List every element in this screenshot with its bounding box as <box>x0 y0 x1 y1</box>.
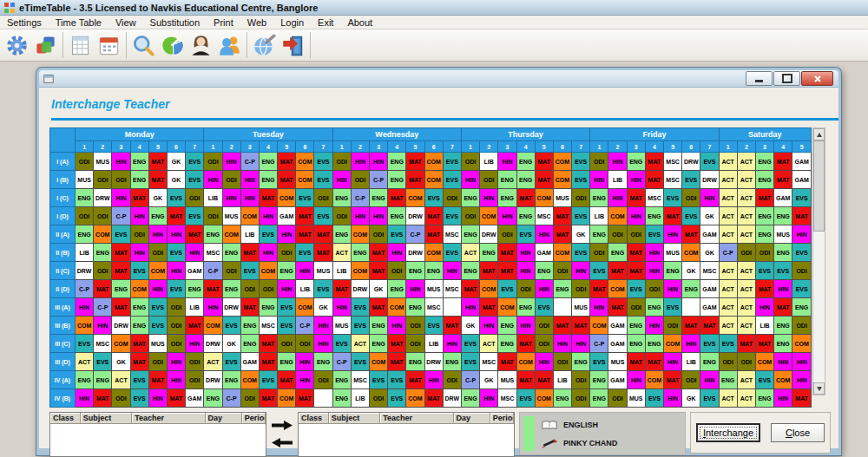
menu-item-time-table[interactable]: Time Table <box>49 17 108 28</box>
menu-item-exit[interactable]: Exit <box>311 17 340 28</box>
timetable-cell[interactable]: C-P <box>222 389 240 408</box>
timetable-cell[interactable]: EVS <box>664 298 682 317</box>
timetable-cell[interactable]: HIN <box>94 317 112 335</box>
timetable-cell[interactable]: ENG <box>498 317 516 335</box>
list-column-header-period[interactable]: Period <box>490 413 514 424</box>
timetable-cell[interactable]: MAT <box>682 317 700 335</box>
timetable-cell[interactable]: HIN <box>186 335 204 353</box>
timetable-cell[interactable]: ENG <box>148 207 167 225</box>
timetable-cell[interactable]: C-P <box>461 371 479 389</box>
timetable-cell[interactable]: EVS <box>388 371 406 389</box>
timetable-cell[interactable]: HIN <box>535 280 553 298</box>
timetable-cell[interactable]: EVS <box>186 153 204 171</box>
timetable-cell[interactable]: ODI <box>222 262 240 280</box>
timetable-cell[interactable]: EVS <box>774 262 792 280</box>
timetable-cell[interactable]: MAT <box>130 189 148 207</box>
timetable-cell[interactable]: ODI <box>498 225 516 244</box>
timetable-cell[interactable]: MAT <box>664 371 682 389</box>
timetable-cell[interactable]: ENG <box>535 262 553 280</box>
timetable-cell[interactable]: ODI <box>94 171 112 189</box>
timetable-cell[interactable]: COM <box>480 280 498 298</box>
timetable-cell[interactable]: LIB <box>755 317 773 335</box>
timetable-cell[interactable]: ODI <box>461 153 479 171</box>
timetable-cell[interactable]: ODI <box>590 153 608 171</box>
timetable-cell[interactable]: HIN <box>296 262 314 280</box>
timetable-cell[interactable]: HIN <box>296 353 314 371</box>
timetable-cell[interactable]: ENG <box>112 280 130 298</box>
timetable-cell[interactable]: GAM <box>792 171 812 189</box>
timetable-cell[interactable]: ENG <box>222 371 240 389</box>
timetable-cell[interactable]: EVS <box>443 244 461 262</box>
menu-item-settings[interactable]: Settings <box>0 17 49 28</box>
timetable-cell[interactable]: HIN <box>664 225 682 244</box>
timetable-cell[interactable]: MAT <box>186 317 204 335</box>
timetable-cell[interactable]: GAM <box>186 262 204 280</box>
timetable-cell[interactable]: LIB <box>240 225 259 244</box>
vertical-scrollbar[interactable] <box>812 127 825 395</box>
timetable-cell[interactable]: MAT <box>608 298 627 317</box>
timetable-cell[interactable]: ENG <box>774 317 792 335</box>
timetable-cell[interactable]: ENG <box>498 171 516 189</box>
timetable-cell[interactable]: ACT <box>719 189 737 207</box>
timetable-cell[interactable]: HIN <box>627 171 645 189</box>
timetable-cell[interactable]: ODI <box>535 335 553 353</box>
timetable-cell[interactable]: HIN <box>351 207 369 225</box>
timetable-cell[interactable]: ENG <box>774 335 792 353</box>
timetable-cell[interactable]: ACT <box>204 353 222 371</box>
timetable-cell[interactable]: ACT <box>737 225 755 244</box>
timetable-cell[interactable]: ACT <box>737 171 755 189</box>
timetable-cell[interactable]: ACT <box>480 335 498 353</box>
timetable-cell[interactable]: MAT <box>148 153 167 171</box>
timetable-cell[interactable]: MSC <box>498 389 516 408</box>
menu-item-view[interactable]: View <box>108 17 143 28</box>
timetable-cell[interactable]: LIB <box>332 262 351 280</box>
timetable-cell[interactable]: GAM <box>700 280 719 298</box>
timetable-cell[interactable]: EVS <box>627 280 645 298</box>
timetable-cell[interactable]: ODI <box>94 207 112 225</box>
timetable-cell[interactable]: GAM <box>792 153 812 171</box>
timetable-cell[interactable]: ENG <box>461 189 479 207</box>
timetable-cell[interactable]: MAT <box>755 189 773 207</box>
timetable-cell[interactable]: MAT <box>645 353 663 371</box>
timetable-cell[interactable]: HIN <box>222 189 240 207</box>
timetable-cell[interactable]: HIN <box>443 335 461 353</box>
timetable-cell[interactable]: EVS <box>351 317 369 335</box>
timetable-cell[interactable]: ODI <box>572 389 590 408</box>
timetable-cell[interactable]: MAT <box>406 171 424 189</box>
timetable-cell[interactable]: LIB <box>76 244 94 262</box>
timetable-cell[interactable]: ACT <box>719 171 737 189</box>
timetable-cell[interactable]: ODI <box>130 225 148 244</box>
timetable-cell[interactable]: EVS <box>222 353 240 371</box>
timetable-cell[interactable]: ENG <box>388 280 406 298</box>
students-people-button[interactable] <box>215 31 244 60</box>
timetable-cell[interactable] <box>443 298 461 317</box>
timetable-cell[interactable]: C-P <box>240 153 259 171</box>
timetable-cell[interactable]: EVS <box>572 244 590 262</box>
timetable-cell[interactable]: ENG <box>553 389 571 408</box>
timetable-cell[interactable]: ENG <box>755 389 773 408</box>
timetable-cell[interactable]: MSC <box>443 225 461 244</box>
timetable-cell[interactable]: MAT <box>94 280 112 298</box>
timetable-cell[interactable]: GAM <box>608 335 627 353</box>
timetable-cell[interactable]: ODI <box>553 262 571 280</box>
timetable-cell[interactable]: HIN <box>516 262 535 280</box>
timetable-cell[interactable]: GAM <box>700 225 719 244</box>
timetable-cell[interactable]: HIN <box>314 317 332 335</box>
timetable-cell[interactable]: ACT <box>719 153 737 171</box>
timetable-cell[interactable]: HIN <box>498 207 516 225</box>
timetable-cell[interactable]: EVS <box>314 153 332 171</box>
timetable-cell[interactable]: MAT <box>167 207 185 225</box>
timetable-cell[interactable]: MAT <box>572 317 590 335</box>
timetable-cell[interactable]: HIN <box>535 225 553 244</box>
timetable-cell[interactable]: MAT <box>792 207 812 225</box>
timetable-cell[interactable]: COM <box>406 189 424 207</box>
timetable-cell[interactable]: ACT <box>719 207 737 225</box>
timetable-cell[interactable]: MAT <box>480 262 498 280</box>
timetable-cell[interactable]: DRW <box>406 207 424 225</box>
timetable-cell[interactable]: GAM <box>240 353 259 371</box>
search-magnifier-button[interactable] <box>129 31 158 60</box>
timetable-cell[interactable]: EVS <box>167 280 185 298</box>
timetable-cell[interactable]: MAT <box>314 225 332 244</box>
timetable-cell[interactable]: ENG <box>590 189 608 207</box>
timetable-cell[interactable]: COM <box>498 298 516 317</box>
